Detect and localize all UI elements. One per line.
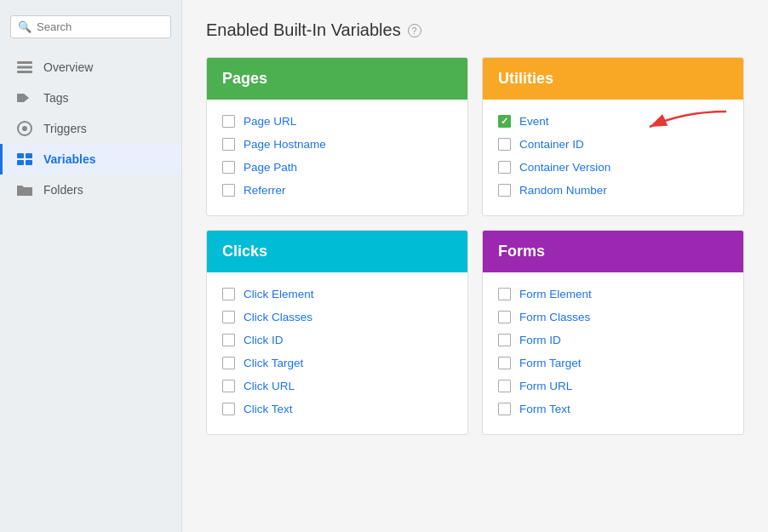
forms-form-classes-label: Form Classes (519, 311, 590, 323)
utilities-container-version-label: Container Version (519, 161, 610, 174)
forms-form-element-checkbox[interactable] (498, 288, 511, 300)
pages-page-path-label: Page Path (244, 161, 297, 174)
forms-form-text-item[interactable]: Form Text (498, 398, 728, 420)
pages-referrer-item[interactable]: Referrer (222, 179, 452, 202)
clicks-click-classes-label: Click Classes (244, 311, 312, 323)
sidebar-item-folders[interactable]: Folders (0, 174, 181, 205)
pages-page-hostname-item[interactable]: Page Hostname (222, 133, 452, 156)
clicks-click-id-checkbox[interactable] (222, 334, 235, 346)
svg-rect-8 (26, 160, 32, 165)
forms-form-element-label: Form Element (519, 288, 592, 300)
overview-icon (16, 60, 33, 74)
sidebar-item-overview[interactable]: Overview (0, 52, 181, 83)
search-box[interactable]: 🔍 (10, 15, 171, 38)
utilities-container-version-item[interactable]: Container Version (498, 156, 728, 179)
utilities-container-version-checkbox[interactable] (498, 161, 511, 174)
clicks-click-classes-item[interactable]: Click Classes (222, 306, 452, 329)
pages-page-hostname-label: Page Hostname (244, 138, 326, 151)
search-input[interactable] (37, 20, 163, 33)
clicks-click-element-checkbox[interactable] (222, 288, 235, 300)
help-icon[interactable]: ? (408, 24, 421, 37)
tags-icon (16, 91, 33, 105)
forms-form-target-item[interactable]: Form Target (498, 352, 728, 375)
utilities-container-id-checkbox[interactable] (498, 138, 511, 151)
utilities-event-checkbox[interactable] (498, 115, 511, 128)
search-icon: 🔍 (18, 20, 32, 33)
svg-rect-0 (17, 61, 32, 64)
sidebar-item-variables-label: Variables (43, 152, 96, 166)
forms-card-body: Form Element Form Classes Form ID Form T… (483, 272, 743, 434)
pages-page-path-item[interactable]: Page Path (222, 156, 452, 179)
sidebar-item-triggers-label: Triggers (43, 122, 87, 135)
folders-icon (16, 183, 33, 197)
sidebar-item-overview-label: Overview (43, 60, 93, 74)
clicks-click-url-checkbox[interactable] (222, 380, 235, 392)
utilities-event-item[interactable]: Event (498, 110, 728, 133)
forms-form-text-checkbox[interactable] (498, 403, 511, 415)
pages-referrer-checkbox[interactable] (222, 184, 235, 197)
forms-form-url-label: Form URL (519, 380, 572, 392)
svg-rect-5 (17, 153, 24, 158)
utilities-random-number-checkbox[interactable] (498, 184, 511, 197)
variables-icon (16, 152, 33, 166)
clicks-card-body: Click Element Click Classes Click ID Cli… (207, 272, 467, 434)
svg-point-4 (22, 126, 27, 131)
clicks-click-url-item[interactable]: Click URL (222, 375, 452, 398)
forms-form-url-checkbox[interactable] (498, 380, 511, 392)
main-content: Enabled Built-In Variables ? Pages Page … (182, 0, 768, 532)
utilities-card-header: Utilities (483, 58, 743, 100)
clicks-click-target-label: Click Target (244, 357, 303, 369)
forms-form-classes-item[interactable]: Form Classes (498, 306, 728, 329)
pages-page-url-checkbox[interactable] (222, 115, 235, 128)
sidebar-item-tags[interactable]: Tags (0, 83, 181, 113)
forms-form-element-item[interactable]: Form Element (498, 283, 728, 306)
utilities-card-body: Event Container ID Container Version Ran… (483, 100, 743, 215)
utilities-container-id-label: Container ID (519, 138, 584, 151)
triggers-icon (16, 122, 33, 135)
forms-form-target-label: Form Target (519, 357, 582, 369)
forms-form-id-item[interactable]: Form ID (498, 329, 728, 352)
forms-form-id-checkbox[interactable] (498, 334, 511, 346)
clicks-click-url-label: Click URL (244, 380, 295, 392)
page-header: Enabled Built-In Variables ? (206, 20, 744, 40)
clicks-click-target-item[interactable]: Click Target (222, 352, 452, 375)
forms-form-classes-checkbox[interactable] (498, 311, 511, 323)
pages-card-header: Pages (207, 58, 467, 100)
svg-rect-6 (26, 153, 32, 158)
utilities-container-id-item[interactable]: Container ID (498, 133, 728, 156)
clicks-click-id-label: Click ID (244, 334, 284, 346)
page-title: Enabled Built-In Variables (206, 20, 401, 40)
forms-form-id-label: Form ID (519, 334, 561, 346)
clicks-click-text-checkbox[interactable] (222, 403, 235, 415)
clicks-click-text-item[interactable]: Click Text (222, 398, 452, 420)
clicks-card-header: Clicks (207, 231, 467, 272)
svg-rect-2 (17, 71, 32, 73)
forms-form-text-label: Form Text (519, 403, 570, 415)
sidebar: 🔍 Overview Tags Triggers Variables Folde… (0, 0, 182, 532)
pages-page-hostname-checkbox[interactable] (222, 138, 235, 151)
svg-rect-1 (17, 66, 32, 69)
utilities-random-number-label: Random Number (519, 184, 607, 197)
pages-card-body: Page URL Page Hostname Page Path Referre… (207, 100, 467, 215)
forms-form-url-item[interactable]: Form URL (498, 375, 728, 398)
pages-page-url-label: Page URL (244, 115, 296, 128)
sidebar-item-triggers[interactable]: Triggers (0, 113, 181, 144)
clicks-click-element-label: Click Element (244, 288, 314, 300)
pages-page-url-item[interactable]: Page URL (222, 110, 452, 133)
pages-page-path-checkbox[interactable] (222, 161, 235, 174)
clicks-click-target-checkbox[interactable] (222, 357, 235, 369)
sections-grid: Pages Page URL Page Hostname Page Path R… (206, 57, 744, 435)
sidebar-item-variables[interactable]: Variables (0, 144, 181, 174)
clicks-click-id-item[interactable]: Click ID (222, 329, 452, 352)
pages-card: Pages Page URL Page Hostname Page Path R… (206, 57, 468, 216)
clicks-click-classes-checkbox[interactable] (222, 311, 235, 323)
clicks-click-element-item[interactable]: Click Element (222, 283, 452, 306)
sidebar-item-folders-label: Folders (43, 183, 83, 197)
forms-form-target-checkbox[interactable] (498, 357, 511, 369)
forms-card: Forms Form Element Form Classes Form ID … (482, 230, 744, 435)
utilities-random-number-item[interactable]: Random Number (498, 179, 728, 202)
svg-rect-7 (17, 160, 24, 165)
clicks-card: Clicks Click Element Click Classes Click… (206, 230, 468, 435)
utilities-event-label: Event (519, 115, 549, 128)
forms-card-header: Forms (483, 231, 743, 272)
